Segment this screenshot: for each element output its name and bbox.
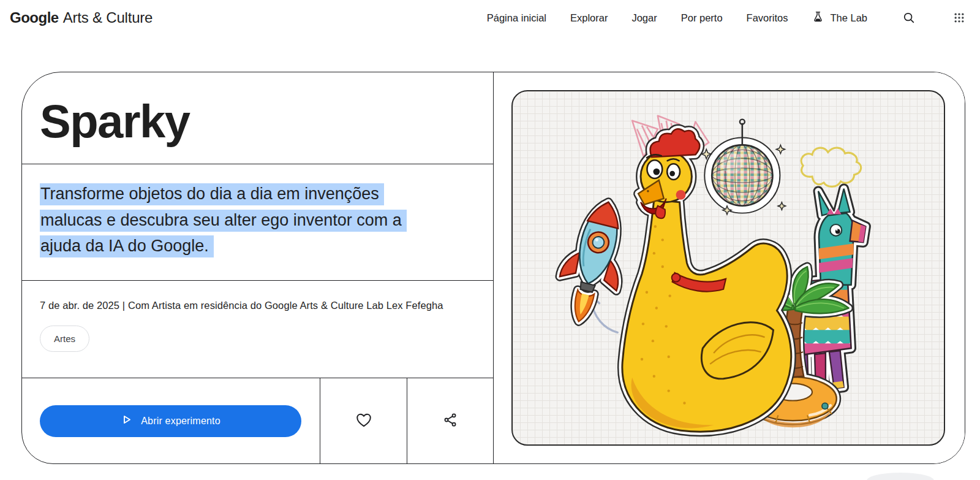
favorite-button[interactable] — [320, 378, 407, 463]
sticker-disco-ball — [701, 120, 785, 215]
play-icon — [121, 414, 132, 428]
nav-item-nearby[interactable]: Por perto — [681, 12, 723, 24]
nav-item-explore[interactable]: Explorar — [570, 12, 608, 24]
open-experiment-cell: Abrir experimento — [22, 378, 320, 463]
bottom-peek-element — [867, 473, 934, 480]
heart-icon — [355, 411, 373, 432]
search-icon — [902, 11, 916, 25]
top-navigation-bar: Google Arts & Culture Página inicial Exp… — [0, 0, 980, 36]
nav-item-the-lab[interactable]: The Lab — [812, 10, 867, 26]
share-button[interactable] — [407, 378, 493, 463]
apps-grid-icon — [953, 12, 965, 24]
meta-row: 7 de abr. de 2025 | Com Artista em resid… — [22, 281, 493, 378]
logo-brand: Google — [10, 9, 59, 26]
description-row: Transforme objetos do dia a dia em inven… — [22, 164, 493, 281]
open-experiment-button[interactable]: Abrir experimento — [40, 405, 301, 437]
logo-suffix: Arts & Culture — [63, 9, 153, 26]
experiment-description: Transforme objetos do dia a dia em inven… — [40, 181, 444, 259]
nav-item-play[interactable]: Jogar — [631, 12, 657, 24]
sticker-illustration-panel — [511, 90, 945, 446]
category-chip-artes[interactable]: Artes — [40, 326, 89, 352]
apps-grid-button[interactable] — [951, 9, 968, 26]
title-row: Sparky — [22, 72, 493, 164]
google-arts-culture-logo[interactable]: Google Arts & Culture — [10, 9, 153, 26]
open-experiment-label: Abrir experimento — [141, 416, 221, 427]
page-title: Sparky — [40, 94, 190, 148]
experiment-info-column: Sparky Transforme objetos do dia a dia e… — [22, 72, 494, 463]
actions-row: Abrir experimento — [22, 378, 493, 463]
main-nav: Página inicial Explorar Jogar Por perto … — [487, 9, 968, 27]
flask-icon — [812, 10, 824, 26]
cloud-doodle-icon — [801, 148, 861, 186]
share-icon — [442, 412, 458, 430]
date-author-line: 7 de abr. de 2025 | Com Artista em resid… — [40, 300, 475, 311]
nav-item-favorites[interactable]: Favoritos — [747, 12, 788, 24]
search-button[interactable] — [900, 9, 918, 27]
sticker-rocket — [550, 195, 637, 329]
highlighted-text: Transforme objetos do dia a dia em inven… — [40, 183, 407, 257]
sticker-collage — [513, 91, 944, 444]
experiment-card: Sparky Transforme objetos do dia a dia e… — [21, 72, 965, 464]
nav-item-home[interactable]: Página inicial — [487, 12, 546, 24]
illustration-column — [494, 72, 965, 463]
